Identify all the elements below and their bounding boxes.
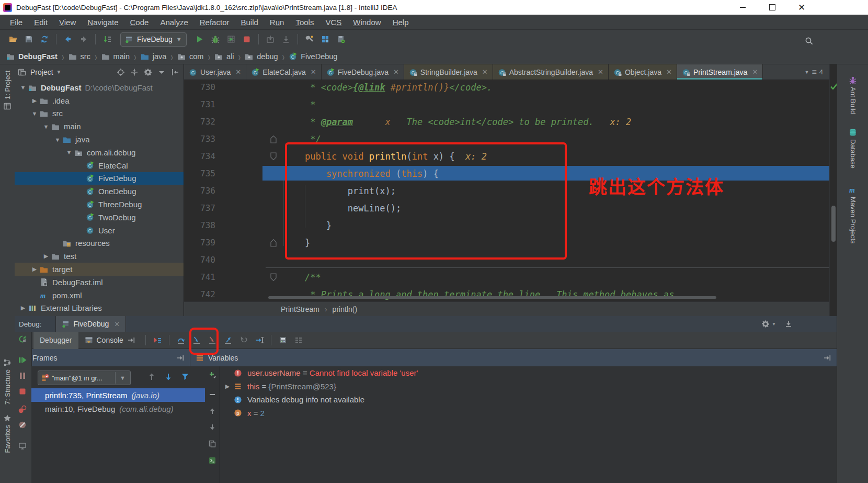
resume-icon[interactable] <box>18 356 27 364</box>
fold-marker-up[interactable] <box>267 239 280 247</box>
tab-close-icon[interactable]: ✕ <box>598 68 603 76</box>
tree-expand-down-icon[interactable]: ▼ <box>30 110 39 117</box>
tree-item-pom.xml[interactable]: mpom.xml <box>15 289 184 302</box>
tree-item-.idea[interactable]: ▶.idea <box>15 94 184 107</box>
tree-item-onedebug[interactable]: COneDebug <box>15 185 184 198</box>
move-down-icon[interactable] <box>208 423 216 431</box>
tree-item-twodebug[interactable]: CTwoDebug <box>15 211 184 224</box>
breadcrumb-item-com[interactable]: com <box>177 52 203 61</box>
copy-icon[interactable] <box>208 440 216 448</box>
debug-tab-debugger[interactable]: Debugger <box>33 332 78 349</box>
variable-row[interactable]: Variables debug info not available <box>220 393 837 407</box>
search-everywhere-button[interactable] <box>801 34 817 48</box>
tool-button-database[interactable]: Database <box>837 128 868 169</box>
tab-close-icon[interactable]: ✕ <box>393 68 399 76</box>
variable-expand-icon[interactable]: ▶ <box>222 383 233 390</box>
tool-button-ant-build[interactable]: Ant Build <box>837 76 868 114</box>
breadcrumb-item-debug[interactable]: debug <box>245 52 278 61</box>
add-watch-icon[interactable] <box>208 370 216 379</box>
tool-button-project[interactable]: 1: Project <box>0 71 15 110</box>
patch-icon[interactable] <box>333 32 349 46</box>
open-icon[interactable] <box>5 32 21 46</box>
tree-item-user[interactable]: CUser <box>15 224 184 237</box>
breadcrumb-item-fivedebug[interactable]: CFiveDebug <box>289 52 337 61</box>
menu-item-code[interactable]: Code <box>124 18 155 27</box>
tree-item-debugfast[interactable]: ▼DebugFast D:\code\DebugFast <box>15 81 184 94</box>
tree-item-threedebug[interactable]: CThreeDebug <box>15 198 184 211</box>
code-text[interactable]: * @param x The <code>int</code> to be pr… <box>280 117 631 127</box>
code-line-733[interactable]: 733 */ <box>184 130 829 148</box>
tree-expand-right-icon[interactable]: ▶ <box>42 253 50 260</box>
menu-item-run[interactable]: Run <box>264 18 290 27</box>
layout-icon[interactable] <box>291 333 306 347</box>
tree-item-fivedebug[interactable]: CFiveDebug <box>15 172 184 185</box>
structure-grid-icon[interactable] <box>317 32 333 46</box>
tab-printstream-java[interactable]: CPrintStream.java✕ <box>677 64 763 80</box>
code-line-741[interactable]: 741 /** <box>184 268 829 286</box>
tab-object-java[interactable]: CObject.java✕ <box>609 64 677 80</box>
tool-button-structure[interactable]: 7: Structure <box>0 358 15 405</box>
breadcrumb-item-ali[interactable]: ali <box>214 52 234 61</box>
tree-expand-down-icon[interactable]: ▼ <box>19 84 27 91</box>
debug-icon[interactable] <box>208 32 223 46</box>
force-step-into-icon[interactable] <box>204 333 220 347</box>
tab-fivedebug-java[interactable]: CFiveDebug.java✕ <box>322 64 404 80</box>
line-number[interactable]: 736 <box>184 186 215 196</box>
code-text[interactable]: * <box>280 99 315 110</box>
code-line-730[interactable]: 730 * <code>{@link #println()}</code>. <box>184 78 829 96</box>
breadcrumb-item-src[interactable]: src <box>68 52 90 61</box>
fold-marker-down[interactable] <box>267 152 280 161</box>
gear-icon[interactable] <box>144 68 152 76</box>
tab-overflow-control[interactable]: ▼≡4 <box>798 64 830 80</box>
pin-icon[interactable] <box>127 336 135 344</box>
thread-dropdown-arrow-icon[interactable]: ▼ <box>115 372 128 384</box>
forward-icon[interactable] <box>76 32 92 46</box>
code-text[interactable]: synchronized (this) { <box>280 169 439 179</box>
code-text[interactable]: /** <box>280 272 321 283</box>
update-app-icon[interactable] <box>262 32 278 46</box>
line-number[interactable]: 734 <box>184 151 215 161</box>
code-line-740[interactable]: 740 <box>184 251 829 268</box>
tree-item-debugfast.iml[interactable]: DebugFast.iml <box>15 276 184 289</box>
sync-icon[interactable] <box>37 32 52 46</box>
tree-expand-right-icon[interactable]: ▶ <box>19 305 27 311</box>
menu-item-edit[interactable]: Edit <box>28 18 53 27</box>
frame-row[interactable]: println:735, PrintStream(java.io) <box>31 388 205 402</box>
tab-close-icon[interactable]: ✕ <box>235 68 241 76</box>
code-line-736[interactable]: 736 print(x); <box>184 182 829 199</box>
menu-item-window[interactable]: Window <box>347 18 386 27</box>
variable-row[interactable]: px = 2 <box>220 407 837 420</box>
tree-item-target[interactable]: ▶target <box>15 263 184 276</box>
tree-item-test[interactable]: ▶test <box>15 250 184 263</box>
collapse-all-icon[interactable] <box>130 68 139 76</box>
tree-item-resources[interactable]: resources <box>15 237 184 250</box>
debug-session-tab[interactable]: FiveDebug ✕ <box>55 316 127 332</box>
view-breakpoints-icon[interactable] <box>18 405 27 413</box>
variable-row[interactable]: user.userName = Cannot find local variab… <box>220 366 837 380</box>
tab-close-icon[interactable]: ✕ <box>311 68 316 76</box>
rerun-icon[interactable] <box>18 335 27 343</box>
run-to-cursor-icon[interactable] <box>252 333 267 347</box>
breadcrumb-class[interactable]: PrintStream <box>281 305 319 313</box>
breadcrumb-item-java[interactable]: java <box>141 52 167 61</box>
drop-frame-icon[interactable] <box>236 333 252 347</box>
editor-vertical-scrollbar[interactable] <box>831 206 836 242</box>
code-line-739[interactable]: 739 } <box>184 234 829 251</box>
tree-item-main[interactable]: ▼main <box>15 120 184 133</box>
coverage-icon[interactable] <box>223 32 239 46</box>
line-number[interactable]: 731 <box>184 99 215 109</box>
tab-close-icon[interactable]: ✕ <box>482 68 488 76</box>
editor-horizontal-scrollbar[interactable] <box>268 296 716 299</box>
code-line-742[interactable]: 742 * Prints a long and then terminate t… <box>184 286 829 303</box>
minimize-button[interactable] <box>734 0 751 15</box>
line-number[interactable]: 737 <box>184 203 215 213</box>
terminal-icon[interactable] <box>208 456 216 465</box>
fold-marker-down[interactable] <box>267 273 280 282</box>
line-number[interactable]: 739 <box>184 238 215 248</box>
debug-tab-console[interactable]: Console <box>78 332 142 349</box>
line-numbers-icon[interactable] <box>99 32 115 46</box>
menu-item-vcs[interactable]: VCS <box>319 18 347 27</box>
code-line-731[interactable]: 731 * <box>184 96 829 113</box>
menu-item-refactor[interactable]: Refactor <box>194 18 235 27</box>
tree-expand-right-icon[interactable]: ▶ <box>30 97 39 104</box>
